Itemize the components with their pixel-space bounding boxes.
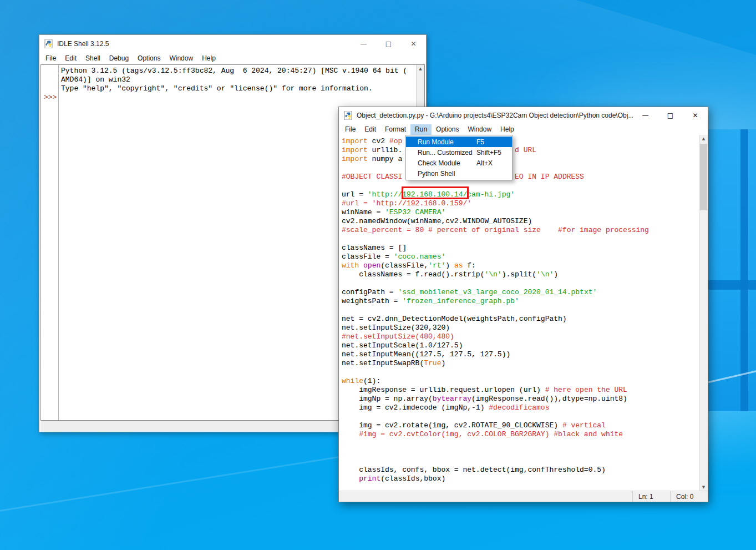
editor-menubar: FileEditFormatRunOptionsWindowHelp [339, 124, 708, 135]
code-line: import cv2 #op [342, 137, 699, 146]
menu-item-label: Python Shell [418, 170, 476, 178]
wallpaper-window-crossbar [740, 129, 748, 411]
run-dropdown-menu: Run ModuleF5Run... CustomizedShift+F5Che… [405, 135, 513, 180]
code-line: classFile = 'coco.names' [342, 253, 699, 261]
status-col-indicator: Col: 0 [670, 491, 708, 502]
code-line: net.setInputSwapRB(True) [342, 359, 699, 368]
code-line [342, 368, 699, 377]
editor-titlebar[interactable]: Object_detection.py.py - G:\Arduino proj… [339, 107, 708, 124]
menu-debug[interactable]: Debug [105, 53, 133, 64]
shell-titlebar[interactable]: IDLE Shell 3.12.5 — □ ✕ [39, 35, 426, 53]
code-line [342, 306, 699, 315]
code-line: classNames = [] [342, 244, 699, 253]
menu-item-label: Check Module [418, 159, 476, 167]
menu-item-shortcut: Shift+F5 [476, 149, 501, 157]
shell-menubar: FileEditShellDebugOptionsWindowHelp [39, 53, 426, 64]
code-line: imgResponse = urllib.request.urlopen (ur… [342, 386, 699, 395]
menu-item-shortcut: Alt+X [476, 159, 493, 167]
code-line: cv2.namedWindow(winName,cv2.WINDOW_AUTOS… [342, 217, 699, 226]
editor-window: Object_detection.py.py - G:\Arduino proj… [338, 107, 708, 502]
code-line: #OBJECT CLASSI EO IN IP ADDRESS [342, 173, 699, 181]
shell-output-line: Python 3.12.5 (tags/v3.12.5:ff3bc82, Aug… [61, 67, 422, 75]
code-line: winName = 'ESP32 CAMERA' [342, 208, 699, 217]
code-line [342, 164, 699, 173]
editor-minimize-button[interactable]: — [633, 107, 658, 124]
code-line [342, 448, 699, 457]
code-line: #scale_percent = 80 # percent of origina… [342, 226, 699, 235]
code-line: img = cv2.rotate(img, cv2.ROTATE_90_CLOC… [342, 421, 699, 430]
code-line: imgNp = np.array(bytearray(imgResponse.r… [342, 395, 699, 403]
editor-maximize-button[interactable]: □ [658, 107, 683, 124]
shell-prompt-sidebar: >>> [41, 65, 59, 420]
code-line: net.setInputScale(1.0/127.5) [342, 341, 699, 350]
menu-file[interactable]: File [341, 124, 360, 135]
scroll-down-icon[interactable]: ▼ [699, 483, 708, 491]
code-line: #net.setInputSize(480,480) [342, 332, 699, 341]
code-line: while(1): [342, 377, 699, 386]
shell-close-button[interactable]: ✕ [401, 35, 426, 53]
shell-window-title: IDLE Shell 3.12.5 [57, 40, 109, 48]
code-editor-text-area[interactable]: import cv2 #opimport urllib. d URLimport… [339, 135, 699, 491]
menu-options[interactable]: Options [133, 53, 165, 64]
status-line-indicator: Ln: 1 [632, 491, 670, 502]
code-line [342, 181, 699, 190]
code-line [342, 412, 699, 421]
scrollbar-thumb[interactable] [700, 144, 707, 210]
code-line: with open(classFile,'rt') as f: [342, 261, 699, 270]
code-line: #url = 'http://192.168.0.159/' [342, 199, 699, 208]
code-line [342, 439, 699, 448]
shell-output-line: AMD64)] on win32 [61, 75, 422, 84]
menu-format[interactable]: Format [380, 124, 410, 135]
scroll-up-icon[interactable]: ▲ [699, 135, 708, 143]
shell-maximize-button[interactable]: □ [376, 35, 401, 53]
code-line: net.setInputMean((127.5, 127.5, 127.5)) [342, 350, 699, 359]
menu-item-label: Run... Customized [418, 149, 476, 157]
menu-shell[interactable]: Shell [81, 53, 105, 64]
run-menu-item-check-module[interactable]: Check ModuleAlt+X [406, 158, 512, 168]
code-line: classNames = f.read().rstrip('\n').split… [342, 270, 699, 279]
shell-output-line: Type "help", "copyright", "credits" or "… [61, 84, 422, 93]
desktop: { "icons": { "minimize": "—", "maximize"… [0, 0, 756, 550]
code-line: classIds, confs, bbox = net.detect(img,c… [342, 466, 699, 475]
code-line [342, 457, 699, 466]
menu-help[interactable]: Help [496, 124, 519, 135]
code-line: import urllib. d URL [342, 146, 699, 155]
menu-item-shortcut: F5 [476, 138, 484, 146]
red-annotation-box [402, 186, 469, 199]
menu-run[interactable]: Run [410, 124, 432, 135]
code-line [342, 279, 699, 288]
code-line: import numpy a [342, 155, 699, 164]
code-line: weightsPath = 'frozen_inference_graph.pb… [342, 297, 699, 306]
editor-statusbar: Ln: 1 Col: 0 [339, 491, 708, 502]
editor-scrollbar[interactable]: ▲ ▼ [699, 135, 708, 491]
code-line: net.setInputSize(320,320) [342, 324, 699, 332]
menu-edit[interactable]: Edit [60, 53, 81, 64]
idle-app-icon [344, 111, 353, 120]
menu-window[interactable]: Window [165, 53, 197, 64]
menu-window[interactable]: Window [463, 124, 496, 135]
scroll-up-icon[interactable]: ▲ [417, 65, 424, 73]
run-menu-item-run-module[interactable]: Run ModuleF5 [406, 137, 512, 147]
editor-window-title: Object_detection.py.py - G:\Arduino proj… [357, 112, 633, 119]
code-line: img = cv2.imdecode (imgNp,-1) #decodific… [342, 403, 699, 412]
shell-prompt: >>> [44, 93, 57, 102]
code-line: #img = cv2.cvtColor(img, cv2.COLOR_BGR2G… [342, 430, 699, 439]
idle-app-icon [44, 39, 53, 48]
code-line [342, 235, 699, 244]
code-line: net = cv2.dnn_DetectionModel(weightsPath… [342, 315, 699, 324]
shell-minimize-button[interactable]: — [351, 35, 376, 53]
menu-options[interactable]: Options [432, 124, 463, 135]
run-menu-item-python-shell[interactable]: Python Shell [406, 168, 512, 179]
code-line: configPath = 'ssd_mobilenet_v3_large_coc… [342, 288, 699, 297]
menu-file[interactable]: File [41, 53, 60, 64]
menu-item-label: Run Module [418, 138, 476, 146]
menu-edit[interactable]: Edit [360, 124, 380, 135]
menu-help[interactable]: Help [197, 53, 220, 64]
editor-close-button[interactable]: ✕ [683, 107, 708, 124]
code-line: print(classIds,bbox) [342, 475, 699, 483]
run-menu-item-run-customized[interactable]: Run... CustomizedShift+F5 [406, 147, 512, 158]
code-line: url = 'http://192.168.100.14/cam-hi.jpg' [342, 190, 699, 199]
